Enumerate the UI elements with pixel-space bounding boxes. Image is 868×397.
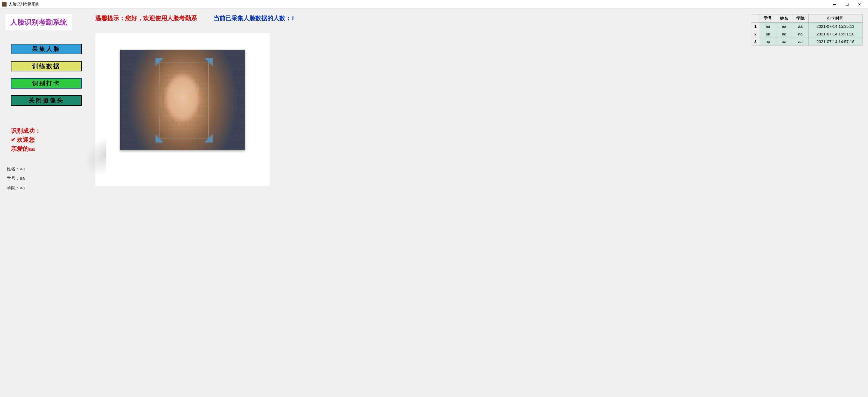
records-panel: 学号 姓名 学院 打卡时间 1aaaaaa2021-07-14 15:35:13… <box>751 14 865 392</box>
minimize-button[interactable]: ─ <box>828 0 841 9</box>
person-info: 姓名：aa 学号：aa 学院：aa <box>7 164 90 193</box>
college-value: aa <box>20 186 25 190</box>
close-camera-button[interactable]: 关闭摄像头 <box>11 95 82 106</box>
close-button[interactable]: ✕ <box>853 0 866 9</box>
check-icon: ✔ <box>11 135 16 144</box>
table-row[interactable]: 2aaaaaa2021-07-14 15:31:10 <box>751 30 863 38</box>
cell-sid: aa <box>760 23 776 30</box>
count-label: 当前已采集人脸数据的人数： <box>213 15 291 22</box>
cell-idx: 2 <box>751 30 760 38</box>
cell-sid: aa <box>760 30 776 38</box>
eye-marker-left <box>171 84 182 92</box>
name-value: aa <box>20 167 25 171</box>
cell-name: aa <box>776 30 792 38</box>
app-icon <box>2 2 6 6</box>
table-row[interactable]: 1aaaaaa2021-07-14 15:35:13 <box>751 23 863 30</box>
cell-college: aa <box>792 38 809 46</box>
count-value: 1 <box>291 15 294 22</box>
camera-view <box>120 50 245 150</box>
college-label: 学院： <box>7 186 20 190</box>
col-sid: 学号 <box>760 15 776 23</box>
col-time: 打卡时间 <box>808 15 862 23</box>
id-value: aa <box>20 176 25 181</box>
maximize-button[interactable]: ☐ <box>841 0 853 9</box>
cell-name: aa <box>776 23 792 30</box>
cell-college: aa <box>792 30 809 38</box>
cell-college: aa <box>792 23 809 30</box>
eye-marker-right <box>188 84 198 92</box>
status-line-1: 识别成功： <box>11 126 90 135</box>
cell-time: 2021-07-14 14:57:16 <box>808 38 862 46</box>
col-college: 学院 <box>792 15 809 23</box>
status-line-2: 欢迎您 <box>17 135 35 144</box>
col-name: 姓名 <box>776 15 792 23</box>
cell-sid: aa <box>760 38 776 46</box>
frame-corner-tr <box>205 58 213 66</box>
id-label: 学号： <box>7 176 20 181</box>
svg-marker-2 <box>155 134 164 142</box>
table-header-row: 学号 姓名 学院 打卡时间 <box>751 15 863 23</box>
frame-corner-tl <box>155 58 164 66</box>
cell-time: 2021-07-14 15:35:13 <box>808 23 862 30</box>
recognize-button[interactable]: 识别打卡 <box>11 78 82 89</box>
col-index <box>751 15 760 23</box>
hint-text: 温馨提示：您好，欢迎使用人脸考勤系 <box>95 14 197 22</box>
table-row[interactable]: 3aaaaaa2021-07-14 14:57:16 <box>751 38 863 46</box>
cell-idx: 1 <box>751 23 760 30</box>
camera-panel <box>95 33 270 186</box>
status-line-3: 亲爱的aa <box>11 144 90 153</box>
frame-corner-bl <box>155 134 164 142</box>
attendance-table: 学号 姓名 学院 打卡时间 1aaaaaa2021-07-14 15:35:13… <box>751 14 863 46</box>
app-title: 人脸识别考勤系统 <box>5 14 72 30</box>
svg-marker-1 <box>205 58 213 66</box>
collect-face-button[interactable]: 采集人脸 <box>11 44 82 54</box>
sidebar: 人脸识别考勤系统 采集人脸 训练数据 识别打卡 关闭摄像头 识别成功： ✔ 欢迎… <box>3 14 90 392</box>
name-label: 姓名： <box>7 167 20 171</box>
cell-idx: 3 <box>751 38 760 46</box>
recognition-status: 识别成功： ✔ 欢迎您 亲爱的aa <box>11 126 90 153</box>
face-detection-frame <box>155 58 213 142</box>
panel-shadow <box>84 135 106 181</box>
window-title: 人脸识别考勤系统 <box>9 2 828 7</box>
svg-marker-3 <box>205 134 213 142</box>
frame-corner-br <box>205 134 213 142</box>
svg-marker-0 <box>155 58 164 66</box>
cell-name: aa <box>776 38 792 46</box>
titlebar[interactable]: 人脸识别考勤系统 ─ ☐ ✕ <box>0 0 868 9</box>
center-panel: 温馨提示：您好，欢迎使用人脸考勤系 当前已采集人脸数据的人数：1 <box>95 14 745 392</box>
cell-time: 2021-07-14 15:31:10 <box>808 30 862 38</box>
train-data-button[interactable]: 训练数据 <box>11 61 82 72</box>
